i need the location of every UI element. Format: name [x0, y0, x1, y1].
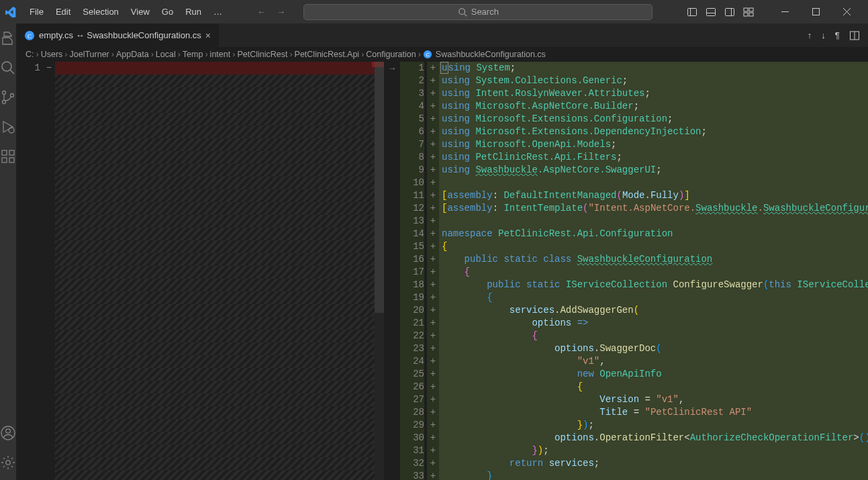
svg-rect-24 — [9, 158, 14, 162]
search-icon — [458, 7, 467, 17]
next-change-icon[interactable]: ↓ — [821, 30, 826, 40]
layout-sidebar-left-icon[interactable] — [687, 7, 697, 17]
right-decor: +++++++++++++++++++++++++++++++++ — [427, 62, 439, 480]
svg-point-0 — [459, 8, 465, 14]
svg-point-21 — [9, 128, 14, 133]
close-tab-icon[interactable]: × — [205, 30, 211, 41]
run-debug-icon[interactable] — [0, 119, 16, 135]
explorer-icon[interactable] — [0, 30, 16, 46]
vscode-logo-icon — [5, 7, 16, 17]
svg-rect-6 — [725, 8, 734, 15]
menu-selection[interactable]: Selection — [77, 4, 124, 19]
prev-change-icon[interactable]: ↑ — [808, 30, 812, 40]
editor-actions: ↑ ↓ ¶ ⋯ — [798, 23, 868, 47]
extensions-icon[interactable] — [0, 148, 16, 164]
svg-rect-11 — [749, 13, 753, 16]
svg-rect-9 — [749, 8, 753, 11]
tab-bar: C empty.cs ↔ SwashbuckleConfiguration.cs… — [16, 23, 868, 47]
customize-layout-icon[interactable] — [743, 7, 754, 17]
svg-point-27 — [6, 429, 10, 433]
svg-rect-10 — [744, 13, 748, 16]
svg-line-1 — [464, 13, 467, 16]
menu-bar: File Edit Selection View Go Run … — [24, 4, 228, 19]
csharp-file-icon: C — [24, 30, 35, 41]
nav-arrows: ← → — [257, 7, 285, 17]
left-overview[interactable] — [375, 62, 384, 480]
layout-panel-icon[interactable] — [706, 7, 716, 17]
bc-seg[interactable]: PetClinicRest — [237, 50, 287, 59]
svg-rect-23 — [2, 158, 7, 162]
diff-left-pane[interactable]: 1 − — [16, 62, 384, 480]
diff-gutter-arrow[interactable]: → — [384, 62, 400, 480]
bc-seg[interactable]: PetClinicRest.Api — [295, 50, 360, 59]
search-placeholder: Search — [471, 7, 499, 17]
bc-seg[interactable]: Users — [41, 50, 63, 59]
window-close-icon[interactable] — [832, 0, 863, 23]
svg-rect-25 — [9, 150, 14, 155]
diff-right-pane[interactable]: 1234567891011121314151617181920212223242… — [400, 62, 868, 480]
menu-file[interactable]: File — [24, 4, 49, 19]
tab-label: empty.cs ↔ SwashbuckleConfiguration.cs — [39, 30, 201, 40]
svg-point-20 — [11, 94, 14, 97]
whitespace-icon[interactable]: ¶ — [835, 30, 840, 40]
svg-point-19 — [3, 101, 6, 104]
nav-forward-icon[interactable]: → — [277, 7, 285, 17]
left-decor: − — [43, 62, 55, 480]
svg-rect-4 — [706, 8, 715, 15]
split-editor-icon[interactable] — [849, 30, 860, 41]
diff-editor: 1 − → 1234567891011121314151617181920212… — [16, 62, 868, 480]
menu-run[interactable]: Run — [180, 4, 207, 19]
menu-view[interactable]: View — [126, 4, 155, 19]
right-code: using System;using System.Collections.Ge… — [439, 62, 868, 480]
layout-controls — [687, 0, 863, 23]
svg-rect-22 — [2, 150, 7, 155]
tab-diff[interactable]: C empty.cs ↔ SwashbuckleConfiguration.cs… — [16, 23, 220, 47]
menu-more[interactable]: … — [208, 4, 228, 19]
source-control-icon[interactable] — [0, 89, 16, 105]
svg-point-16 — [2, 62, 11, 71]
bc-seg[interactable]: C: — [26, 50, 34, 59]
bc-file[interactable]: SwashbuckleConfiguration.cs — [436, 50, 546, 59]
bc-seg[interactable]: Local — [156, 50, 176, 59]
breadcrumb[interactable]: C:› Users› JoelTurner› AppData› Local› T… — [16, 47, 868, 62]
svg-point-28 — [6, 461, 10, 465]
nav-back-icon[interactable]: ← — [257, 7, 266, 17]
window-maximize-icon[interactable] — [801, 0, 832, 23]
accounts-icon[interactable] — [0, 425, 16, 441]
svg-point-18 — [3, 91, 6, 95]
bc-seg[interactable]: intent — [210, 50, 231, 59]
svg-text:C: C — [426, 52, 430, 58]
layout-sidebar-right-icon[interactable] — [724, 7, 735, 17]
activity-bar — [0, 23, 16, 480]
bc-seg[interactable]: JoelTurner — [70, 50, 109, 59]
svg-rect-2 — [687, 8, 696, 15]
right-gutter: 1234567891011121314151617181920212223242… — [400, 62, 427, 480]
left-gutter: 1 — [16, 62, 43, 480]
bc-seg[interactable]: AppData — [116, 50, 149, 59]
csharp-file-icon: C — [423, 50, 432, 59]
titlebar: File Edit Selection View Go Run … ← → Se… — [0, 0, 868, 23]
editor-area: C empty.cs ↔ SwashbuckleConfiguration.cs… — [16, 23, 868, 480]
svg-rect-8 — [744, 8, 748, 11]
settings-gear-icon[interactable] — [0, 454, 16, 471]
svg-rect-13 — [813, 9, 820, 15]
window-minimize-icon[interactable] — [770, 0, 801, 23]
search-activity-icon[interactable] — [0, 60, 16, 76]
left-code — [55, 62, 384, 480]
menu-go[interactable]: Go — [156, 4, 179, 19]
bc-seg[interactable]: Temp — [183, 50, 203, 59]
command-center[interactable]: Search — [303, 4, 653, 20]
menu-edit[interactable]: Edit — [50, 4, 76, 19]
svg-text:C: C — [28, 32, 32, 39]
bc-seg[interactable]: Configuration — [366, 50, 416, 59]
svg-line-17 — [10, 70, 14, 74]
